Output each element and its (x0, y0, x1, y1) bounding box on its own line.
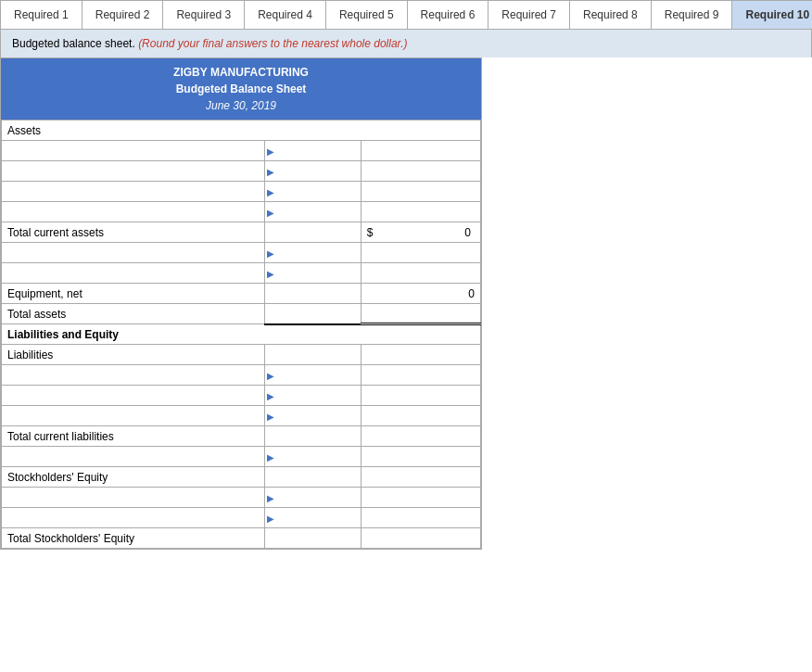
liability-value-2 (361, 386, 480, 406)
asset-value-1 (361, 141, 480, 161)
asset-label-4 (2, 202, 265, 222)
sheet-title: Budgeted Balance Sheet (1, 81, 481, 97)
total-assets-input (265, 304, 361, 324)
sheet-header: ZIGBY MANUFACTURING Budgeted Balance She… (1, 58, 481, 120)
asset-row-1: ▶ (2, 141, 481, 161)
tab-required-10[interactable]: Required 10 (732, 1, 812, 29)
asset-label-3 (2, 182, 265, 202)
post-liabilities-blank-row: ▶ (2, 447, 481, 467)
liability-row-1: ▶ (2, 365, 481, 386)
info-text: Budgeted balance sheet. (12, 37, 135, 50)
arrow-icon-11: ▶ (267, 492, 274, 502)
info-bar: Budgeted balance sheet. (Round your fina… (0, 29, 812, 57)
liability-input-3[interactable]: ▶ (265, 406, 361, 426)
liability-value-3 (361, 406, 480, 426)
tab-required-2[interactable]: Required 2 (82, 1, 164, 29)
asset-value-2 (361, 161, 480, 182)
equipment-blank-label-1 (2, 243, 265, 263)
arrow-icon-6: ▶ (267, 268, 274, 278)
liabilities-value-blank (361, 345, 480, 365)
se-label-2 (2, 508, 265, 528)
se-input-1[interactable]: ▶ (265, 488, 361, 508)
total-assets-row: Total assets (2, 304, 481, 324)
total-current-assets-label: Total current assets (2, 222, 265, 243)
liabilities-subheader-row: Liabilities (2, 345, 481, 365)
total-current-liabilities-value (361, 426, 480, 447)
company-name: ZIGBY MANUFACTURING (1, 62, 481, 81)
asset-row-4: ▶ (2, 202, 481, 222)
se-input-2[interactable]: ▶ (265, 508, 361, 528)
total-current-liabilities-row: Total current liabilities (2, 426, 481, 447)
equipment-net-row: Equipment, net 0 (2, 284, 481, 304)
stockholders-equity-value-blank (361, 467, 480, 488)
se-value-1 (361, 488, 480, 508)
asset-value-4 (361, 202, 480, 222)
arrow-icon-10: ▶ (267, 451, 274, 462)
total-assets-value (361, 304, 480, 324)
liability-input-1[interactable]: ▶ (265, 365, 361, 386)
equipment-blank-label-2 (2, 263, 265, 284)
se-label-1 (2, 488, 265, 508)
se-row-2: ▶ (2, 508, 481, 528)
tab-required-6[interactable]: Required 6 (408, 1, 489, 29)
tab-required-4[interactable]: Required 4 (245, 1, 326, 29)
asset-value-3 (361, 182, 480, 202)
liability-input-2[interactable]: ▶ (265, 386, 361, 406)
total-current-liabilities-label: Total current liabilities (2, 426, 265, 447)
asset-input-3[interactable]: ▶ (265, 182, 361, 202)
liability-label-2 (2, 386, 265, 406)
dollar-sign: $ (367, 226, 374, 239)
total-se-value (361, 528, 480, 549)
info-highlight: (Round your final answers to the nearest… (138, 37, 407, 50)
assets-label: Assets (2, 120, 481, 141)
equipment-blank-value-2 (361, 263, 480, 284)
total-current-assets-amount: 0 (464, 226, 475, 239)
liability-value-1 (361, 365, 480, 386)
asset-input-2[interactable]: ▶ (265, 161, 361, 182)
stockholders-equity-header-row: Stockholders' Equity (2, 467, 481, 488)
arrow-icon-12: ▶ (267, 513, 274, 523)
balance-sheet-wrapper: ZIGBY MANUFACTURING Budgeted Balance She… (0, 57, 482, 550)
tab-required-8[interactable]: Required 8 (570, 1, 652, 29)
total-se-label: Total Stockholders' Equity (2, 528, 265, 549)
stockholders-equity-label: Stockholders' Equity (2, 467, 265, 488)
equipment-row-blank-1: ▶ (2, 243, 481, 263)
liability-row-2: ▶ (2, 386, 481, 406)
arrow-icon-7: ▶ (267, 370, 274, 380)
asset-row-2: ▶ (2, 161, 481, 182)
post-liabilities-blank-input[interactable]: ▶ (265, 447, 361, 467)
tab-required-9[interactable]: Required 9 (652, 1, 733, 29)
tabs-bar: Required 1 Required 2 Required 3 Require… (0, 0, 812, 29)
total-current-assets-input (265, 222, 361, 243)
assets-header-row: Assets (2, 120, 481, 141)
balance-sheet-table: Assets ▶ ▶ ▶ (1, 120, 481, 549)
arrow-icon-9: ▶ (267, 411, 274, 421)
arrow-icon-3: ▶ (267, 186, 274, 197)
post-liabilities-blank-label (2, 447, 265, 467)
liabilities-label: Liabilities (2, 345, 265, 365)
equipment-blank-input-1[interactable]: ▶ (265, 243, 361, 263)
asset-row-3: ▶ (2, 182, 481, 202)
liabilities-equity-label: Liabilities and Equity (2, 324, 481, 345)
tab-required-3[interactable]: Required 3 (163, 1, 245, 29)
equipment-row-blank-2: ▶ (2, 263, 481, 284)
asset-input-4[interactable]: ▶ (265, 202, 361, 222)
tab-required-7[interactable]: Required 7 (488, 1, 570, 29)
arrow-icon-2: ▶ (267, 166, 274, 176)
equipment-net-value: 0 (361, 284, 480, 304)
asset-input-1[interactable]: ▶ (265, 141, 361, 161)
total-current-assets-row: Total current assets $ 0 (2, 222, 481, 243)
tab-required-5[interactable]: Required 5 (326, 1, 408, 29)
liability-label-1 (2, 365, 265, 386)
arrow-icon-8: ▶ (267, 390, 274, 400)
arrow-icon-5: ▶ (267, 247, 274, 258)
equipment-blank-input-2[interactable]: ▶ (265, 263, 361, 284)
arrow-icon-1: ▶ (267, 146, 274, 156)
total-assets-label: Total assets (2, 304, 265, 324)
equipment-net-input (265, 284, 361, 304)
tab-required-1[interactable]: Required 1 (1, 1, 82, 29)
asset-label-1 (2, 141, 265, 161)
arrow-icon-4: ▶ (267, 207, 274, 217)
se-value-2 (361, 508, 480, 528)
liability-label-3 (2, 406, 265, 426)
